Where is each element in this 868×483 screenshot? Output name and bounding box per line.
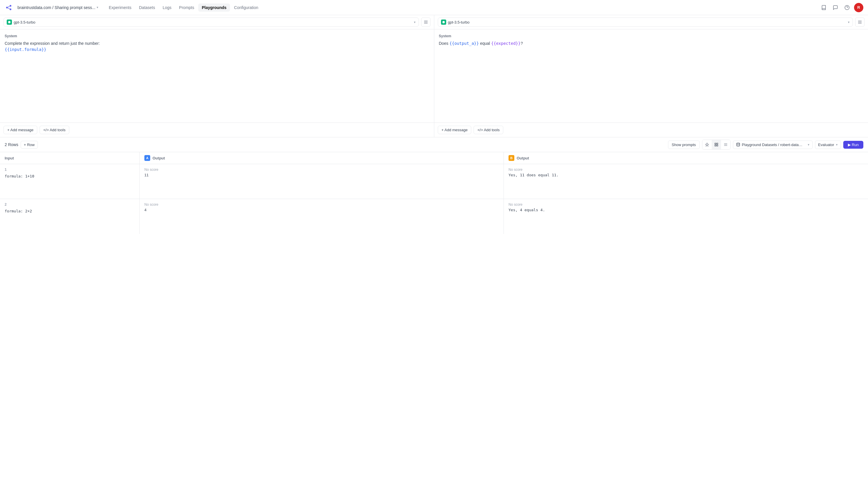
- help-icon[interactable]: [842, 3, 852, 12]
- panel-a-add-tools-button[interactable]: </> Add tools: [39, 126, 69, 134]
- col-header-output-b: B Output: [504, 152, 868, 164]
- user-avatar[interactable]: R: [854, 3, 863, 12]
- dataset-label: Playground Datasets / robert-data@braint…: [742, 142, 806, 147]
- svg-rect-17: [717, 145, 718, 146]
- view-toggle: [702, 140, 731, 150]
- svg-point-7: [8, 21, 10, 23]
- rows-count-label: 2 Rows: [5, 142, 18, 147]
- system-b-text-suffix: ?: [521, 41, 523, 46]
- data-table: Input A Output B Output 1 formula: 1+10 …: [0, 152, 868, 483]
- table-row: 2 formula: 2+2 No score 4 No score Yes, …: [0, 199, 868, 234]
- panel-a-model-selector[interactable]: gpt-3.5-turbo ▾: [3, 18, 419, 27]
- toolbar-right: Show prompts Playground Datasets / rober…: [668, 140, 863, 150]
- logo: [5, 3, 13, 12]
- row-2-formula: formula: 2+2: [5, 209, 135, 213]
- show-prompts-label: Show prompts: [672, 142, 696, 147]
- row-1-no-score-b: No score: [508, 168, 863, 172]
- panel-b-add-tools-button[interactable]: </> Add tools: [473, 126, 503, 134]
- chevron-down-icon: ▾: [848, 20, 850, 24]
- panel-a-add-message-button[interactable]: + Add message: [3, 126, 37, 134]
- svg-rect-15: [715, 143, 716, 144]
- panel-b-model-name: gpt-3.5-turbo: [448, 20, 846, 25]
- row-2-output-a: 4: [144, 208, 499, 212]
- svg-rect-16: [717, 143, 718, 144]
- grid-view-button[interactable]: [712, 140, 721, 149]
- col-header-output-a: A Output: [140, 152, 504, 164]
- row-2-no-score-b: No score: [508, 202, 863, 206]
- svg-rect-18: [715, 145, 716, 146]
- chevron-down-icon: ▾: [836, 143, 838, 147]
- toolbar-left: 2 Rows + Row: [5, 141, 38, 149]
- col-badge-b: B: [508, 155, 514, 161]
- svg-point-0: [6, 7, 8, 8]
- top-navigation: braintrustdata.com / Sharing prompt sess…: [0, 0, 868, 15]
- svg-line-3: [8, 6, 10, 7]
- add-row-button[interactable]: + Row: [21, 141, 38, 149]
- system-b-text-mid: equal: [480, 41, 490, 46]
- nav-links: Experiments Datasets Logs Prompts Playgr…: [105, 3, 262, 12]
- sparkle-view-button[interactable]: [702, 140, 712, 149]
- system-text-prefix: Complete the expression and return just …: [5, 41, 100, 46]
- col-input-label: Input: [5, 156, 14, 160]
- svg-line-4: [8, 8, 10, 9]
- row-1-number: 1: [5, 168, 135, 172]
- svg-point-11: [442, 21, 445, 23]
- panel-b-model-selector[interactable]: gpt-3.5-turbo ▾: [438, 18, 853, 27]
- row-1-output-b-cell: No score Yes, 11 does equal 11.: [504, 164, 868, 199]
- nav-playgrounds[interactable]: Playgrounds: [198, 3, 230, 12]
- col-output-b-label: Output: [517, 156, 529, 160]
- nav-logs[interactable]: Logs: [159, 3, 175, 12]
- panel-a-model-name: gpt-3.5-turbo: [14, 20, 412, 25]
- row-2-output-a-cell: No score 4: [140, 199, 504, 234]
- panel-b-output-var: {{output_a}}: [450, 41, 479, 46]
- col-header-input: Input: [0, 152, 140, 164]
- col-output-a-label: Output: [153, 156, 165, 160]
- row-1-formula: formula: 1+10: [5, 174, 135, 179]
- nav-configuration[interactable]: Configuration: [230, 3, 262, 12]
- panel-a-system-label: System: [5, 34, 429, 38]
- row-2-input-cell: 2 formula: 2+2: [0, 199, 140, 234]
- row-1-output-a-cell: No score 11: [140, 164, 504, 199]
- panel-b-system-label: System: [439, 34, 864, 38]
- panel-a-settings-button[interactable]: [421, 18, 431, 27]
- message-icon[interactable]: [831, 3, 840, 12]
- panel-b-settings-button[interactable]: [855, 18, 865, 27]
- evaluator-label: Evaluator: [818, 142, 834, 147]
- list-view-button[interactable]: [721, 140, 730, 149]
- model-icon-b: [441, 20, 446, 25]
- row-2-number: 2: [5, 202, 135, 206]
- nav-datasets[interactable]: Datasets: [136, 3, 159, 12]
- dataset-selector[interactable]: Playground Datasets / robert-data@braint…: [733, 140, 813, 149]
- row-2-output-b-cell: No score Yes, 4 equals 4.: [504, 199, 868, 234]
- row-1-input-cell: 1 formula: 1+10: [0, 164, 140, 199]
- panel-b-header: gpt-3.5-turbo ▾: [434, 15, 868, 29]
- row-1-output-b: Yes, 11 does equal 11.: [508, 173, 863, 177]
- nav-experiments[interactable]: Experiments: [105, 3, 135, 12]
- panel-b-body: System Does {{output_a}} equal {{expecte…: [434, 29, 868, 123]
- book-icon[interactable]: [819, 3, 829, 12]
- panel-a: gpt-3.5-turbo ▾ System Complete the expr…: [0, 15, 434, 137]
- panel-b-system-text: Does {{output_a}} equal {{expected}}?: [439, 40, 864, 46]
- panel-a-header: gpt-3.5-turbo ▾: [0, 15, 434, 29]
- panel-a-footer: + Add message </> Add tools: [0, 123, 434, 137]
- panel-b-footer: + Add message </> Add tools: [434, 123, 868, 137]
- nav-prompts[interactable]: Prompts: [176, 3, 198, 12]
- system-b-text-prefix: Does: [439, 41, 448, 46]
- nav-right: R: [819, 3, 863, 12]
- row-1-output-a: 11: [144, 173, 499, 177]
- panel-b-add-message-button[interactable]: + Add message: [438, 126, 471, 134]
- project-selector[interactable]: braintrustdata.com / Sharing prompt sess…: [15, 4, 101, 11]
- table-row: 1 formula: 1+10 No score 11 No score Yes…: [0, 164, 868, 199]
- show-prompts-button[interactable]: Show prompts: [668, 140, 700, 149]
- chevron-down-icon: ▾: [97, 5, 98, 9]
- row-1-no-score-a: No score: [144, 168, 499, 172]
- panel-a-formula-var: {{input.formula}}: [5, 47, 46, 52]
- svg-point-2: [10, 8, 11, 10]
- run-button[interactable]: ▶ Run: [843, 141, 863, 149]
- model-icon-a: [7, 20, 12, 25]
- panel-a-body: System Complete the expression and retur…: [0, 29, 434, 123]
- dataset-icon: [736, 142, 740, 147]
- svg-point-22: [737, 143, 740, 144]
- chevron-down-icon: ▾: [808, 143, 809, 147]
- evaluator-button[interactable]: Evaluator ▾: [815, 140, 841, 149]
